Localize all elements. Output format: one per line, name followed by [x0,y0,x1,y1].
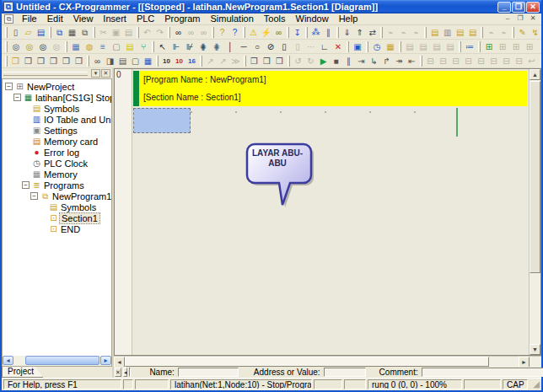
monitor-signed-icon[interactable]: 10 [173,55,185,67]
find-icon[interactable]: ∞ [172,26,185,39]
watch-window-icon[interactable]: ▢ [129,55,142,67]
debug-mode-icon[interactable]: ▥ [441,26,454,39]
new-file-icon[interactable]: ▯ [9,26,22,39]
vertical-line-icon[interactable]: │ [223,40,237,53]
tab-project[interactable]: Project [2,367,43,378]
new-window-icon[interactable]: ❐ [9,55,22,67]
pause-monitoring-icon[interactable]: ∥ [322,26,335,39]
sim-pause-icon[interactable]: ∥ [342,55,355,67]
program-mode-icon[interactable]: ▤ [428,26,441,39]
horizontal-scroll-thumb[interactable] [125,357,489,367]
contact-nc-icon[interactable]: ⊮ [183,40,196,53]
diagram-content[interactable]: [Program Name : NewProgram1] [Section Na… [133,69,529,355]
tree-item-symbols[interactable]: ▤Symbols [3,103,111,114]
comment-window-icon[interactable]: ◨ [104,55,116,67]
dock-scroll-thumb[interactable] [25,356,99,365]
tree-item-newproject[interactable]: −⊞NewProject [3,81,111,92]
tree-item-symbols[interactable]: ▤Symbols [3,201,111,212]
menu-program[interactable]: Program [159,13,205,24]
show-grid-icon[interactable]: ▦ [69,40,83,53]
contact-or-no-icon[interactable]: ⋕ [196,40,210,53]
upload-from-plc-icon[interactable]: ⇑ [353,26,366,39]
vertical-scroll-thumb[interactable] [530,81,540,273]
menu-edit[interactable]: Edit [42,13,68,24]
sim-step-run-icon[interactable]: ⇥ [355,55,368,67]
tree-item-error-log[interactable]: ●Error log [3,147,111,158]
tree-item-latihan-cs1g-stop-program-m[interactable]: −▦latihan[CS1G] Stop/Program M [3,92,111,103]
tree-item-memory-card[interactable]: ▤Memory card [3,136,111,147]
contact-or-nc-icon[interactable]: ⋕ [210,40,223,53]
zoom-in-icon[interactable]: ◎ [36,40,50,53]
monitor-box-icon[interactable]: ▢ [110,40,123,53]
monitor-hex-icon[interactable]: 16 [185,55,198,67]
mdi-close-button[interactable]: ✕ [527,14,539,24]
tree-expander-icon[interactable]: − [13,94,21,101]
comment-input[interactable] [422,368,543,377]
menu-help[interactable]: Help [334,13,363,24]
tree-item-section1[interactable]: ⊡Section1 [3,212,111,223]
mdi-restore-button[interactable]: ❐ [514,14,526,24]
name-input[interactable] [178,368,239,377]
show-symbol-tree-icon[interactable]: ⑂ [137,40,150,53]
work-online-icon[interactable]: ⚠ [247,26,260,39]
monitor-grid-icon[interactable]: ▦ [142,55,154,67]
tree-item-newprogram1-00-st[interactable]: −⧉NewProgram1 (00) St [3,191,111,201]
help-icon[interactable]: ? [216,26,228,39]
scroll-down-icon[interactable]: ▼ [530,344,540,355]
address-ref-icon[interactable]: ❐ [47,55,60,67]
tree-expander-icon[interactable]: − [30,192,38,200]
horizontal-line-icon[interactable]: ─ [237,40,250,53]
restore-button[interactable]: ❐ [512,2,525,13]
network-connect-icon[interactable]: ⁂ [309,26,322,39]
find-window-icon[interactable]: ∞ [91,55,104,67]
tile-3-icon[interactable]: ❒ [273,55,286,67]
monitor-mode-icon[interactable]: ▤ [454,26,466,39]
show-rung-annotation-icon[interactable]: ▤ [123,40,137,53]
edit-properties-icon[interactable]: ▣ [351,40,364,53]
sim-step-in-icon[interactable]: ↳ [368,55,380,67]
mdi-minimize-button[interactable]: – [502,14,513,24]
context-help-icon[interactable]: ? [228,26,241,39]
rung-wrap-icon[interactable]: ▤ [116,55,129,67]
menu-tools[interactable]: Tools [259,13,291,24]
tree-item-memory[interactable]: ▦Memory [3,169,111,180]
tree-item-end[interactable]: ⊡END [3,223,111,234]
scroll-track[interactable] [489,357,519,367]
sim-step-over-icon[interactable]: ↱ [380,55,393,67]
set-value-icon[interactable]: ✎ [516,26,529,39]
close-button[interactable]: ✕ [526,2,540,13]
monitor-decimal-icon[interactable]: 10 [160,55,173,67]
tree-expander-icon[interactable]: − [5,83,13,90]
sim-continuous-icon[interactable]: ↠ [393,55,406,67]
tree-item-settings[interactable]: ▣Settings [3,125,111,136]
tile-2-icon[interactable]: ❒ [261,55,273,67]
print-preview-icon[interactable]: ⧉ [78,26,91,39]
ladder-diagram[interactable]: 0 [Program Name : NewProgram1] [Section … [114,68,541,356]
select-tool-icon[interactable]: ↖ [156,40,169,53]
timer-clock-icon[interactable]: ◷ [370,40,384,53]
compare-with-plc-icon[interactable]: ⇄ [366,26,379,39]
tree-item-plc-clock[interactable]: ◷PLC Clock [3,158,111,169]
find-online-icon[interactable]: ∞ [272,26,285,39]
menu-view[interactable]: View [68,13,99,24]
print-icon[interactable]: ▦ [66,26,78,39]
scroll-up-icon[interactable]: ▲ [530,69,540,80]
io-comment-icon[interactable]: ❐ [60,55,73,67]
scroll-left-icon[interactable]: ◂ [3,356,13,365]
sim-run-icon[interactable]: ▶ [317,55,330,67]
minimize-button[interactable]: _ [497,2,511,13]
local-symbols-icon[interactable]: ❐ [35,55,47,67]
delete-tool-icon[interactable]: ✕ [331,40,345,53]
diagram-horizontal-scrollbar[interactable]: ◄ ► [114,356,541,367]
dock-grip[interactable]: ▾ ✕ [2,68,112,78]
calendar-icon[interactable]: ▦ [384,40,397,53]
line-corner-icon[interactable]: ∟ [318,40,331,53]
differentiate-icon[interactable]: ↯ [529,26,541,39]
window-1-icon[interactable]: ⊞ [482,40,496,53]
sim-to-cursor-icon[interactable]: ⇤ [406,55,418,67]
dock-close-button[interactable]: ✕ [101,69,110,78]
download-to-plc-icon[interactable]: ⇓ [341,26,353,39]
sim-stop-icon[interactable]: ■ [330,55,342,67]
scroll-right-icon[interactable]: ▸ [100,356,111,365]
work-online-simulator-icon[interactable]: ⚡ [260,26,272,39]
